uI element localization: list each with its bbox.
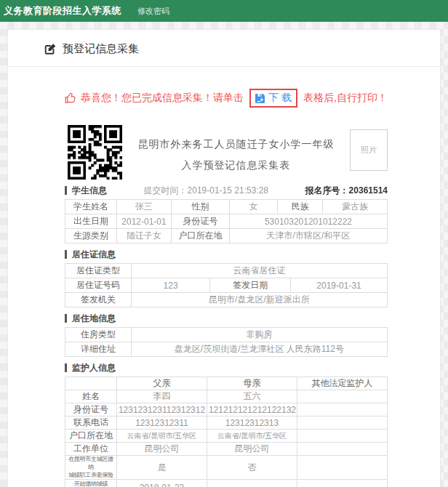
- table-row: 户口所在地 云南省/昆明市/五华区 云南省/昆明市/五华区: [65, 430, 388, 443]
- cell: 姓名: [65, 390, 117, 403]
- cell: 12312312311: [116, 416, 207, 430]
- cell: 在昆明市主城区缴纳 城镇职工养老保险: [65, 456, 117, 480]
- cell: 否: [207, 456, 297, 480]
- cell: 昆明市/盘龙区/新迎派出所: [131, 293, 387, 307]
- cell: 签发机关: [65, 293, 132, 307]
- cell: [297, 456, 387, 480]
- cell: 李四: [116, 390, 207, 403]
- save-icon: [255, 93, 265, 104]
- app-title: 义务教育阶段招生入学系统: [4, 4, 121, 17]
- cell: 其他法定监护人: [297, 377, 387, 390]
- form-title: 昆明市外来务工人员随迁子女小学一年级 入学预登记信息采集表: [122, 125, 350, 176]
- cell: 121212121212122132: [207, 403, 297, 416]
- permit-table: 居住证类型 云南省居住证 居住证号码 123 签发日期 2019-01-31 签…: [65, 263, 388, 307]
- thumbs-up-icon: [65, 92, 76, 104]
- form-title-line2: 入学预登记信息采集表: [122, 155, 350, 176]
- submit-time: 提交时间：2019-01-15 21:53:28: [107, 185, 305, 197]
- section-student: 学生信息 提交时间：2019-01-15 21:53:28 报名序号：20361…: [65, 185, 388, 244]
- cell: 联系电话: [65, 416, 117, 430]
- cell: 张三: [116, 200, 171, 214]
- card-header: 预登记信息采集: [8, 30, 440, 67]
- cell: 蒙古族: [323, 200, 388, 214]
- cell: 身份证号: [172, 214, 230, 229]
- cell: 户口所在地: [65, 430, 117, 443]
- cell: 居住证号码: [65, 278, 132, 293]
- cell: 2018-01-23: [116, 480, 207, 487]
- residence-table: 住房类型 非购房 详细住址 盘龙区/茨坝街道/兰龙潭社区 人民东路112号: [65, 327, 388, 357]
- cell: 户口所在地: [172, 229, 230, 244]
- download-button[interactable]: 下 载: [249, 89, 297, 108]
- cell: 昆明公司: [116, 443, 207, 456]
- cell: 123123123112312312: [116, 403, 207, 416]
- cell: 云南省/昆明市/五华区: [116, 430, 207, 443]
- cell: 出生日期: [65, 214, 117, 229]
- cell: 2019-01-31: [291, 278, 388, 293]
- section-title-guardian: 监护人信息: [65, 363, 116, 372]
- cell: 身份证号: [65, 403, 117, 416]
- cell: 签发日期: [210, 278, 291, 293]
- cell: 性别: [172, 200, 230, 214]
- section-title-permit: 居住证信息: [65, 250, 116, 259]
- main-card: 预登记信息采集 恭喜您！您已完成信息采集！请单击: [7, 29, 441, 487]
- cell: 是: [116, 456, 207, 480]
- change-password-link[interactable]: 修改密码: [137, 6, 169, 17]
- form-title-line1: 昆明市外来务工人员随迁子女小学一年级: [122, 134, 350, 155]
- cell: 工作单位: [65, 443, 117, 456]
- section-guardian: 监护人信息 父亲 母亲 其他法定监护人 姓名 李四 五六 身份证号: [65, 363, 388, 487]
- cell: 云南省/昆明市/五华区: [207, 430, 297, 443]
- table-row: 身份证号 123123123112312312 1212121212121221…: [65, 403, 388, 416]
- cell: 民族: [278, 200, 323, 214]
- cell: 123: [131, 278, 210, 293]
- table-row: 开始缴纳城镇 职工养老保险时间 2018-01-23: [65, 480, 388, 487]
- photo-placeholder: 照片: [350, 129, 388, 171]
- cell: 居住证类型: [65, 264, 132, 278]
- cell: 住房类型: [65, 328, 132, 342]
- cell: 父亲: [116, 377, 207, 390]
- cell: [297, 443, 387, 456]
- registration-number: 报名序号：20361514: [305, 185, 388, 197]
- table-row: 详细住址 盘龙区/茨坝街道/兰龙潭社区 人民东路112号: [65, 342, 388, 357]
- cell: [297, 480, 387, 487]
- cell: [65, 377, 117, 390]
- table-row: 父亲 母亲 其他法定监护人: [65, 377, 388, 390]
- table-row: 姓名 李四 五六: [65, 390, 388, 403]
- cell: [297, 430, 387, 443]
- table-row: 联系电话 12312312311 12312312313: [65, 416, 388, 430]
- section-residence: 居住地信息 住房类型 非购房 详细住址 盘龙区/茨坝街道/兰龙潭社区 人民东路1…: [65, 313, 388, 357]
- cell: 生源类别: [65, 229, 117, 244]
- cell: 非购房: [131, 328, 387, 342]
- table-row: 生源类别 随迁子女 户口所在地 天津市/市辖区/和平区: [65, 229, 388, 244]
- page-title: 预登记信息采集: [63, 42, 139, 56]
- section-permit: 居住证信息 居住证类型 云南省居住证 居住证号码 123 签发日期 2019-0…: [65, 249, 388, 307]
- guardian-table: 父亲 母亲 其他法定监护人 姓名 李四 五六 身份证号 123123123112…: [65, 377, 388, 487]
- cell: 详细住址: [65, 342, 132, 357]
- table-row: 居住证类型 云南省居住证: [65, 264, 388, 278]
- cell: 530103201201012222: [229, 214, 387, 229]
- cell: [297, 403, 387, 416]
- cell: 女: [229, 200, 277, 214]
- cell: 2012-01-01: [116, 214, 171, 229]
- table-row: 学生姓名 张三 性别 女 民族 蒙古族: [65, 200, 388, 214]
- table-row: 住房类型 非购房: [65, 328, 388, 342]
- cell: 五六: [207, 390, 297, 403]
- cell: [207, 480, 297, 487]
- form-head: 昆明市外来务工人员随迁子女小学一年级 入学预登记信息采集表 照片: [65, 125, 388, 180]
- notice-text-suffix: 表格后,自行打印！: [303, 92, 388, 105]
- student-table: 学生姓名 张三 性别 女 民族 蒙古族 出生日期 2012-01-01 身份证号…: [65, 199, 388, 244]
- table-row: 签发机关 昆明市/盘龙区/新迎派出所: [65, 293, 388, 307]
- cell: [297, 390, 387, 403]
- table-row: 在昆明市主城区缴纳 城镇职工养老保险 是 否: [65, 456, 388, 480]
- section-title-residence: 居住地信息: [65, 314, 116, 323]
- download-label: 下 载: [268, 92, 292, 105]
- cell: 天津市/市辖区/和平区: [229, 229, 387, 244]
- table-row: 工作单位 昆明公司 昆明公司: [65, 443, 388, 456]
- cell: 学生姓名: [65, 200, 117, 214]
- success-notice: 恭喜您！您已完成信息采集！请单击 下 载 表格后,自行打印！: [65, 89, 388, 108]
- notice-text-prefix: 恭喜您！您已完成信息采集！请单击: [81, 92, 244, 105]
- cell: 云南省居住证: [131, 264, 387, 278]
- edit-icon: [44, 43, 57, 55]
- cell: 盘龙区/茨坝街道/兰龙潭社区 人民东路112号: [131, 342, 387, 357]
- cell: [297, 416, 387, 430]
- table-row: 居住证号码 123 签发日期 2019-01-31: [65, 278, 388, 293]
- cell: 昆明公司: [207, 443, 297, 456]
